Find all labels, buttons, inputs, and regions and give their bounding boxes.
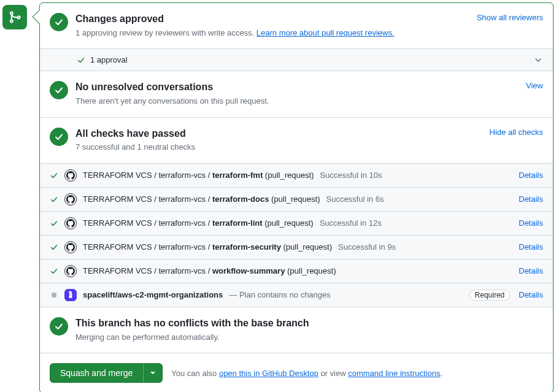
check-row: TERRAFORM VCS / terraform-vcs / terrafor…: [40, 211, 553, 235]
github-mark-icon: [66, 267, 75, 275]
check-name: TERRAFORM VCS / terraform-vcs / workflow…: [83, 266, 336, 275]
show-all-reviewers-link[interactable]: Show all reviewers: [477, 13, 543, 22]
checks-section-header: All checks have passed 7 successful and …: [40, 117, 553, 163]
success-status-icon: [50, 81, 68, 99]
check-details-link[interactable]: Details: [519, 171, 543, 180]
check-details-link[interactable]: Details: [519, 194, 543, 204]
check-icon: [54, 17, 64, 27]
check-name: TERRAFORM VCS / terraform-vcs / terrafor…: [83, 242, 332, 252]
success-status-icon: [50, 13, 68, 31]
check-row: spacelift/aws-c2-mgmt-organizations— Pla…: [40, 283, 553, 307]
github-mark-icon: [66, 219, 75, 228]
merge-status-panel: Changes approved 1 approving review by r…: [39, 2, 554, 392]
checks-title: All checks have passed: [75, 128, 485, 140]
check-neutral-icon: [50, 293, 58, 298]
github-mark-icon: [66, 171, 75, 180]
check-details-link[interactable]: Details: [519, 290, 543, 299]
approved-subtitle: 1 approving review by reviewers with wri…: [75, 27, 472, 39]
view-conversations-link[interactable]: View: [526, 81, 543, 90]
merge-timeline-badge: [2, 5, 27, 29]
check-icon: [77, 56, 85, 64]
check-description: Successful in 9s: [338, 242, 396, 252]
conversations-subtitle: There aren't yet any conversations on th…: [75, 95, 521, 107]
check-details-link[interactable]: Details: [519, 242, 543, 252]
merge-button-group: Squash and merge: [50, 363, 163, 383]
check-success-icon: [50, 195, 58, 204]
check-success-icon: [50, 171, 58, 180]
required-badge: Required: [469, 290, 511, 301]
squash-and-merge-button[interactable]: Squash and merge: [50, 363, 143, 383]
approved-section: Changes approved 1 approving review by r…: [40, 3, 553, 48]
github-avatar: [64, 169, 77, 182]
check-description: — Plan contains no changes: [229, 290, 331, 299]
conflicts-section: This branch has no conflicts with the ba…: [40, 307, 553, 353]
spacelift-icon: [66, 291, 75, 299]
check-name: spacelift/aws-c2-mgmt-organizations: [83, 290, 223, 299]
check-details-link[interactable]: Details: [519, 218, 543, 228]
hide-all-checks-link[interactable]: Hide all checks: [490, 128, 543, 137]
github-avatar: [64, 241, 77, 253]
learn-more-link[interactable]: Learn more about pull request reviews.: [257, 28, 395, 37]
caret-down-icon: [150, 370, 156, 376]
check-name: TERRAFORM VCS / terraform-vcs / terrafor…: [83, 171, 314, 180]
check-success-icon: [50, 243, 58, 252]
checks-list: TERRAFORM VCS / terraform-vcs / terrafor…: [40, 163, 553, 307]
success-status-icon: [50, 317, 68, 336]
check-description: Successful in 12s: [320, 218, 382, 228]
conversations-title: No unresolved conversations: [75, 81, 521, 94]
github-avatar: [64, 217, 77, 229]
conversations-section: No unresolved conversations There aren't…: [40, 71, 553, 117]
merge-footer-text: You can also open this in GitHub Desktop…: [171, 369, 442, 378]
check-icon: [54, 132, 64, 142]
check-icon: [54, 321, 64, 331]
check-description: Successful in 10s: [320, 171, 382, 180]
check-icon: [54, 85, 64, 95]
approved-title: Changes approved: [75, 13, 472, 26]
git-merge-icon: [8, 10, 21, 24]
conflicts-subtitle: Merging can be performed automatically.: [75, 331, 543, 344]
github-avatar: [64, 265, 77, 277]
github-avatar: [64, 193, 77, 206]
approval-count-label: 1 approval: [90, 55, 128, 64]
merge-footer: Squash and merge You can also open this …: [40, 353, 553, 392]
spacelift-avatar: [64, 289, 77, 301]
check-success-icon: [50, 219, 58, 228]
merge-options-dropdown-button[interactable]: [143, 363, 163, 383]
open-desktop-link[interactable]: open this in GitHub Desktop: [219, 369, 319, 378]
github-mark-icon: [66, 243, 75, 252]
check-success-icon: [50, 267, 58, 275]
check-row: TERRAFORM VCS / terraform-vcs / terrafor…: [40, 235, 553, 259]
check-row: TERRAFORM VCS / terraform-vcs / terrafor…: [40, 187, 553, 211]
cli-instructions-link[interactable]: command line instructions: [348, 369, 440, 378]
check-name: TERRAFORM VCS / terraform-vcs / terrafor…: [83, 218, 314, 228]
checks-subtitle: 7 successful and 1 neutral checks: [75, 141, 485, 153]
check-row: TERRAFORM VCS / terraform-vcs / workflow…: [40, 259, 553, 283]
approval-summary-row[interactable]: 1 approval: [40, 48, 553, 71]
conflicts-title: This branch has no conflicts with the ba…: [75, 317, 543, 330]
check-name: TERRAFORM VCS / terraform-vcs / terrafor…: [83, 194, 320, 204]
check-row: TERRAFORM VCS / terraform-vcs / terrafor…: [40, 163, 553, 187]
check-details-link[interactable]: Details: [519, 266, 543, 275]
success-status-icon: [50, 128, 68, 146]
github-mark-icon: [66, 195, 75, 204]
chevron-down-icon: [533, 55, 543, 65]
check-description: Successful in 6s: [326, 194, 384, 204]
